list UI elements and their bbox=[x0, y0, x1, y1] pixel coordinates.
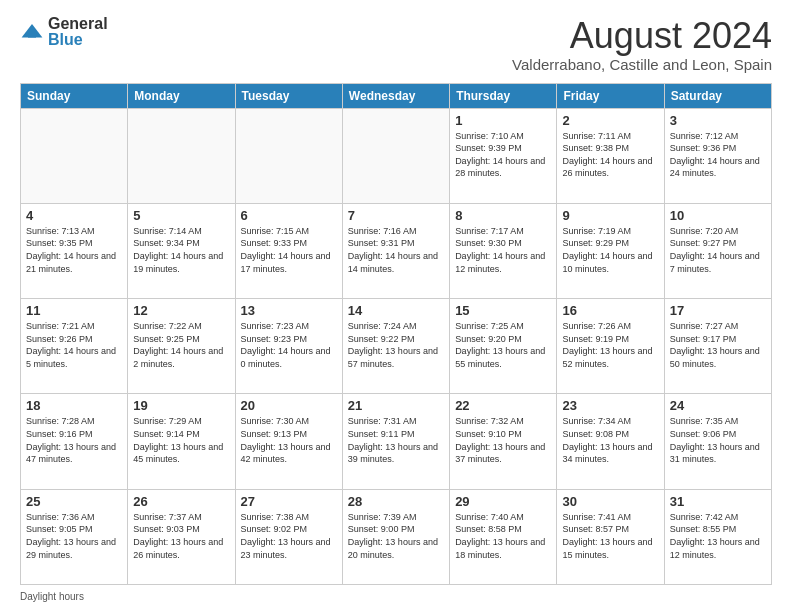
day-info: Sunrise: 7:15 AM Sunset: 9:33 PM Dayligh… bbox=[241, 225, 337, 275]
day-number: 21 bbox=[348, 398, 444, 413]
day-header-sunday: Sunday bbox=[21, 83, 128, 108]
day-number: 30 bbox=[562, 494, 658, 509]
day-number: 22 bbox=[455, 398, 551, 413]
day-number: 23 bbox=[562, 398, 658, 413]
day-header-thursday: Thursday bbox=[450, 83, 557, 108]
day-info: Sunrise: 7:28 AM Sunset: 9:16 PM Dayligh… bbox=[26, 415, 122, 465]
calendar-cell: 13Sunrise: 7:23 AM Sunset: 9:23 PM Dayli… bbox=[235, 299, 342, 394]
day-info: Sunrise: 7:32 AM Sunset: 9:10 PM Dayligh… bbox=[455, 415, 551, 465]
day-number: 7 bbox=[348, 208, 444, 223]
calendar-cell: 10Sunrise: 7:20 AM Sunset: 9:27 PM Dayli… bbox=[664, 203, 771, 298]
day-number: 16 bbox=[562, 303, 658, 318]
calendar-cell: 6Sunrise: 7:15 AM Sunset: 9:33 PM Daylig… bbox=[235, 203, 342, 298]
day-number: 12 bbox=[133, 303, 229, 318]
day-info: Sunrise: 7:24 AM Sunset: 9:22 PM Dayligh… bbox=[348, 320, 444, 370]
calendar-cell: 21Sunrise: 7:31 AM Sunset: 9:11 PM Dayli… bbox=[342, 394, 449, 489]
calendar-cell bbox=[342, 108, 449, 203]
day-info: Sunrise: 7:35 AM Sunset: 9:06 PM Dayligh… bbox=[670, 415, 766, 465]
day-info: Sunrise: 7:22 AM Sunset: 9:25 PM Dayligh… bbox=[133, 320, 229, 370]
title-block: August 2024 Valderrabano, Castille and L… bbox=[512, 16, 772, 73]
week-row-0: 1Sunrise: 7:10 AM Sunset: 9:39 PM Daylig… bbox=[21, 108, 772, 203]
logo-icon bbox=[20, 20, 44, 44]
week-row-1: 4Sunrise: 7:13 AM Sunset: 9:35 PM Daylig… bbox=[21, 203, 772, 298]
calendar-cell: 25Sunrise: 7:36 AM Sunset: 9:05 PM Dayli… bbox=[21, 489, 128, 584]
day-number: 17 bbox=[670, 303, 766, 318]
day-info: Sunrise: 7:36 AM Sunset: 9:05 PM Dayligh… bbox=[26, 511, 122, 561]
calendar-cell: 18Sunrise: 7:28 AM Sunset: 9:16 PM Dayli… bbox=[21, 394, 128, 489]
calendar-cell: 9Sunrise: 7:19 AM Sunset: 9:29 PM Daylig… bbox=[557, 203, 664, 298]
day-number: 3 bbox=[670, 113, 766, 128]
day-info: Sunrise: 7:37 AM Sunset: 9:03 PM Dayligh… bbox=[133, 511, 229, 561]
day-info: Sunrise: 7:41 AM Sunset: 8:57 PM Dayligh… bbox=[562, 511, 658, 561]
calendar-cell: 29Sunrise: 7:40 AM Sunset: 8:58 PM Dayli… bbox=[450, 489, 557, 584]
calendar-cell: 30Sunrise: 7:41 AM Sunset: 8:57 PM Dayli… bbox=[557, 489, 664, 584]
calendar-cell: 15Sunrise: 7:25 AM Sunset: 9:20 PM Dayli… bbox=[450, 299, 557, 394]
day-number: 6 bbox=[241, 208, 337, 223]
calendar-cell: 2Sunrise: 7:11 AM Sunset: 9:38 PM Daylig… bbox=[557, 108, 664, 203]
calendar-cell: 22Sunrise: 7:32 AM Sunset: 9:10 PM Dayli… bbox=[450, 394, 557, 489]
day-number: 29 bbox=[455, 494, 551, 509]
day-info: Sunrise: 7:11 AM Sunset: 9:38 PM Dayligh… bbox=[562, 130, 658, 180]
calendar-cell: 28Sunrise: 7:39 AM Sunset: 9:00 PM Dayli… bbox=[342, 489, 449, 584]
day-info: Sunrise: 7:40 AM Sunset: 8:58 PM Dayligh… bbox=[455, 511, 551, 561]
footer: Daylight hours bbox=[20, 591, 772, 602]
day-number: 25 bbox=[26, 494, 122, 509]
day-header-friday: Friday bbox=[557, 83, 664, 108]
day-number: 1 bbox=[455, 113, 551, 128]
calendar-cell: 7Sunrise: 7:16 AM Sunset: 9:31 PM Daylig… bbox=[342, 203, 449, 298]
day-info: Sunrise: 7:14 AM Sunset: 9:34 PM Dayligh… bbox=[133, 225, 229, 275]
day-number: 28 bbox=[348, 494, 444, 509]
logo-general-text: General bbox=[48, 16, 108, 32]
week-row-4: 25Sunrise: 7:36 AM Sunset: 9:05 PM Dayli… bbox=[21, 489, 772, 584]
day-info: Sunrise: 7:34 AM Sunset: 9:08 PM Dayligh… bbox=[562, 415, 658, 465]
calendar: SundayMondayTuesdayWednesdayThursdayFrid… bbox=[20, 83, 772, 585]
week-row-3: 18Sunrise: 7:28 AM Sunset: 9:16 PM Dayli… bbox=[21, 394, 772, 489]
day-info: Sunrise: 7:42 AM Sunset: 8:55 PM Dayligh… bbox=[670, 511, 766, 561]
day-number: 2 bbox=[562, 113, 658, 128]
calendar-cell: 19Sunrise: 7:29 AM Sunset: 9:14 PM Dayli… bbox=[128, 394, 235, 489]
day-info: Sunrise: 7:13 AM Sunset: 9:35 PM Dayligh… bbox=[26, 225, 122, 275]
day-number: 11 bbox=[26, 303, 122, 318]
day-number: 19 bbox=[133, 398, 229, 413]
calendar-cell: 17Sunrise: 7:27 AM Sunset: 9:17 PM Dayli… bbox=[664, 299, 771, 394]
day-number: 13 bbox=[241, 303, 337, 318]
day-info: Sunrise: 7:20 AM Sunset: 9:27 PM Dayligh… bbox=[670, 225, 766, 275]
day-number: 24 bbox=[670, 398, 766, 413]
day-info: Sunrise: 7:39 AM Sunset: 9:00 PM Dayligh… bbox=[348, 511, 444, 561]
day-number: 10 bbox=[670, 208, 766, 223]
calendar-cell: 5Sunrise: 7:14 AM Sunset: 9:34 PM Daylig… bbox=[128, 203, 235, 298]
day-info: Sunrise: 7:12 AM Sunset: 9:36 PM Dayligh… bbox=[670, 130, 766, 180]
day-info: Sunrise: 7:16 AM Sunset: 9:31 PM Dayligh… bbox=[348, 225, 444, 275]
day-number: 26 bbox=[133, 494, 229, 509]
day-info: Sunrise: 7:38 AM Sunset: 9:02 PM Dayligh… bbox=[241, 511, 337, 561]
day-info: Sunrise: 7:10 AM Sunset: 9:39 PM Dayligh… bbox=[455, 130, 551, 180]
day-header-saturday: Saturday bbox=[664, 83, 771, 108]
day-info: Sunrise: 7:26 AM Sunset: 9:19 PM Dayligh… bbox=[562, 320, 658, 370]
calendar-cell: 16Sunrise: 7:26 AM Sunset: 9:19 PM Dayli… bbox=[557, 299, 664, 394]
day-number: 18 bbox=[26, 398, 122, 413]
calendar-cell: 1Sunrise: 7:10 AM Sunset: 9:39 PM Daylig… bbox=[450, 108, 557, 203]
logo: General Blue bbox=[20, 16, 108, 48]
day-number: 27 bbox=[241, 494, 337, 509]
calendar-cell bbox=[21, 108, 128, 203]
calendar-cell bbox=[235, 108, 342, 203]
day-info: Sunrise: 7:23 AM Sunset: 9:23 PM Dayligh… bbox=[241, 320, 337, 370]
day-number: 9 bbox=[562, 208, 658, 223]
day-info: Sunrise: 7:30 AM Sunset: 9:13 PM Dayligh… bbox=[241, 415, 337, 465]
calendar-cell: 20Sunrise: 7:30 AM Sunset: 9:13 PM Dayli… bbox=[235, 394, 342, 489]
calendar-body: 1Sunrise: 7:10 AM Sunset: 9:39 PM Daylig… bbox=[21, 108, 772, 584]
day-number: 31 bbox=[670, 494, 766, 509]
calendar-cell: 8Sunrise: 7:17 AM Sunset: 9:30 PM Daylig… bbox=[450, 203, 557, 298]
subtitle: Valderrabano, Castille and Leon, Spain bbox=[512, 56, 772, 73]
calendar-cell bbox=[128, 108, 235, 203]
day-number: 5 bbox=[133, 208, 229, 223]
day-number: 8 bbox=[455, 208, 551, 223]
calendar-cell: 24Sunrise: 7:35 AM Sunset: 9:06 PM Dayli… bbox=[664, 394, 771, 489]
day-number: 15 bbox=[455, 303, 551, 318]
day-header-tuesday: Tuesday bbox=[235, 83, 342, 108]
calendar-cell: 27Sunrise: 7:38 AM Sunset: 9:02 PM Dayli… bbox=[235, 489, 342, 584]
logo-text: General Blue bbox=[48, 16, 108, 48]
day-number: 20 bbox=[241, 398, 337, 413]
days-header-row: SundayMondayTuesdayWednesdayThursdayFrid… bbox=[21, 83, 772, 108]
day-info: Sunrise: 7:27 AM Sunset: 9:17 PM Dayligh… bbox=[670, 320, 766, 370]
